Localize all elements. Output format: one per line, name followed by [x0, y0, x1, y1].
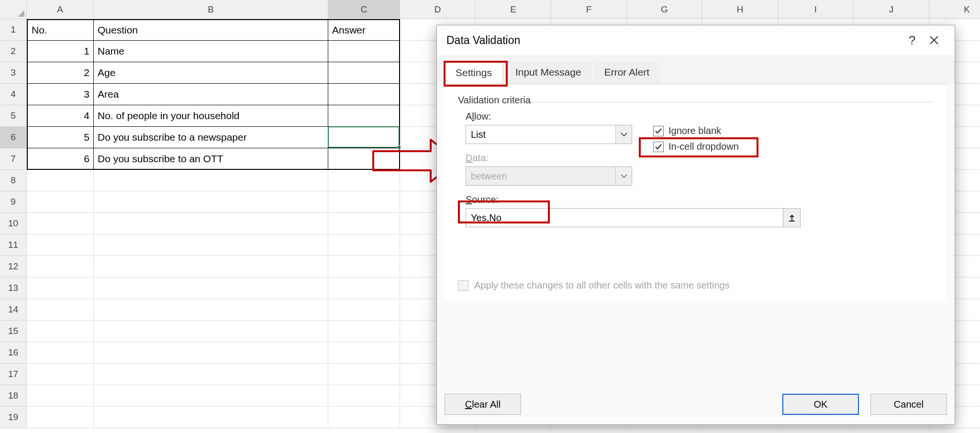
- cell-A16[interactable]: [27, 342, 94, 364]
- cell-C14[interactable]: [328, 299, 400, 321]
- row-header-14[interactable]: 14: [0, 299, 27, 321]
- row-header-7[interactable]: 7: [0, 148, 27, 170]
- column-header-K[interactable]: K: [929, 0, 980, 19]
- row-header-12[interactable]: 12: [0, 256, 27, 278]
- cell-C10[interactable]: [328, 213, 400, 234]
- cell-C3[interactable]: [328, 62, 400, 84]
- cell-A11[interactable]: [27, 234, 94, 256]
- source-input[interactable]: [466, 208, 783, 227]
- cell-C8[interactable]: [328, 170, 400, 191]
- cell-B18[interactable]: [94, 385, 328, 407]
- column-header-G[interactable]: G: [627, 0, 702, 19]
- row-header-18[interactable]: 18: [0, 385, 27, 407]
- cell-A3[interactable]: 2: [27, 62, 94, 84]
- cell-B19[interactable]: [94, 407, 328, 428]
- row-header-15[interactable]: 15: [0, 321, 27, 342]
- cell-C4[interactable]: [328, 84, 400, 105]
- cell-B13[interactable]: [94, 278, 328, 299]
- cell-B8[interactable]: [94, 170, 328, 191]
- cell-A19[interactable]: [27, 407, 94, 428]
- cell-A6[interactable]: 5: [27, 127, 94, 148]
- cell-A15[interactable]: [27, 321, 94, 342]
- row-header-10[interactable]: 10: [0, 213, 27, 234]
- cell-C5[interactable]: [328, 105, 400, 127]
- in-cell-dropdown-checkbox[interactable]: In-cell dropdown: [653, 141, 739, 152]
- cell-C15[interactable]: [328, 321, 400, 342]
- select-all-corner[interactable]: [0, 0, 27, 19]
- cell-B15[interactable]: [94, 321, 328, 342]
- tab-input-message[interactable]: Input Message: [505, 62, 592, 84]
- cell-A13[interactable]: [27, 278, 94, 299]
- row-header-19[interactable]: 19: [0, 407, 27, 428]
- row-header-5[interactable]: 5: [0, 105, 27, 127]
- allow-dropdown[interactable]: List: [466, 125, 632, 144]
- column-header-I[interactable]: I: [778, 0, 854, 19]
- help-button[interactable]: ?: [901, 29, 923, 51]
- cell-C13[interactable]: [328, 278, 400, 299]
- column-header-D[interactable]: D: [400, 0, 476, 19]
- cell-C2[interactable]: [328, 41, 400, 62]
- row-header-6[interactable]: 6: [0, 127, 27, 148]
- cell-B12[interactable]: [94, 256, 328, 278]
- cell-C16[interactable]: [328, 342, 400, 364]
- close-button[interactable]: [923, 29, 945, 51]
- cell-C7[interactable]: [328, 148, 400, 170]
- cell-A4[interactable]: 3: [27, 84, 94, 105]
- column-header-B[interactable]: B: [94, 0, 328, 19]
- cell-B2[interactable]: Name: [94, 41, 328, 62]
- cell-A9[interactable]: [27, 191, 94, 213]
- column-header-F[interactable]: F: [551, 0, 627, 19]
- cell-A17[interactable]: [27, 364, 94, 385]
- tab-error-alert[interactable]: Error Alert: [594, 62, 660, 84]
- cell-A10[interactable]: [27, 213, 94, 234]
- cell-B11[interactable]: [94, 234, 328, 256]
- cell-B14[interactable]: [94, 299, 328, 321]
- cell-A7[interactable]: 6: [27, 148, 94, 170]
- cell-A1[interactable]: No.: [27, 19, 94, 41]
- column-header-C[interactable]: C: [328, 0, 400, 19]
- cell-C19[interactable]: [328, 407, 400, 428]
- range-picker-button[interactable]: [783, 208, 801, 227]
- row-header-16[interactable]: 16: [0, 342, 27, 364]
- cell-C11[interactable]: [328, 234, 400, 256]
- cell-A8[interactable]: [27, 170, 94, 191]
- cell-B1[interactable]: Question: [94, 19, 328, 41]
- cell-B16[interactable]: [94, 342, 328, 364]
- cell-B3[interactable]: Age: [94, 62, 328, 84]
- row-header-8[interactable]: 8: [0, 170, 27, 191]
- column-header-J[interactable]: J: [854, 0, 929, 19]
- cell-B9[interactable]: [94, 191, 328, 213]
- row-header-13[interactable]: 13: [0, 278, 27, 299]
- column-header-A[interactable]: A: [27, 0, 94, 19]
- cell-A14[interactable]: [27, 299, 94, 321]
- cell-C18[interactable]: [328, 385, 400, 407]
- cell-C6[interactable]: [328, 127, 400, 148]
- row-header-2[interactable]: 2: [0, 41, 27, 62]
- row-header-4[interactable]: 4: [0, 84, 27, 105]
- row-header-11[interactable]: 11: [0, 234, 27, 256]
- cell-A18[interactable]: [27, 385, 94, 407]
- cell-B7[interactable]: Do you subscribe to an OTT: [94, 148, 328, 170]
- cell-C17[interactable]: [328, 364, 400, 385]
- row-header-17[interactable]: 17: [0, 364, 27, 385]
- cell-B10[interactable]: [94, 213, 328, 234]
- row-header-9[interactable]: 9: [0, 191, 27, 213]
- cell-C1[interactable]: Answer: [328, 19, 400, 41]
- allow-dropdown-button[interactable]: [615, 125, 632, 144]
- cell-B4[interactable]: Area: [94, 84, 328, 105]
- cell-A5[interactable]: 4: [27, 105, 94, 127]
- column-header-H[interactable]: H: [702, 0, 778, 19]
- cell-A2[interactable]: 1: [27, 41, 94, 62]
- tab-settings[interactable]: Settings: [445, 62, 503, 84]
- ok-button[interactable]: OK: [782, 394, 859, 415]
- row-header-3[interactable]: 3: [0, 62, 27, 84]
- cell-B6[interactable]: Do you subscribe to a newspaper: [94, 127, 328, 148]
- clear-all-button[interactable]: Clear All: [445, 394, 521, 415]
- cell-B17[interactable]: [94, 364, 328, 385]
- cell-C12[interactable]: [328, 256, 400, 278]
- row-header-1[interactable]: 1: [0, 19, 27, 41]
- cell-A12[interactable]: [27, 256, 94, 278]
- column-header-E[interactable]: E: [476, 0, 551, 19]
- ignore-blank-checkbox[interactable]: Ignore blank: [653, 125, 739, 136]
- cell-B5[interactable]: No. of people in your household: [94, 105, 328, 127]
